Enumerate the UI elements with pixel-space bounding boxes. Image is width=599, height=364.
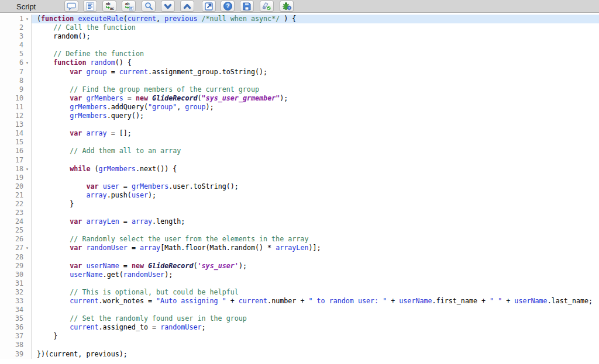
code-line[interactable]: 13 — [0, 120, 599, 129]
code-line[interactable]: 24 var arrayLen = array.length; — [0, 217, 599, 226]
search-button[interactable] — [142, 1, 156, 12]
code-line-content[interactable] — [32, 77, 599, 85]
code-line-content[interactable]: var user = grMembers.user.toString(); — [32, 182, 599, 191]
help-button[interactable]: ? — [221, 1, 235, 12]
code-line-content[interactable]: (function executeRule(current, previous … — [32, 15, 599, 23]
code-line-content[interactable]: var arrayLen = array.length; — [32, 217, 599, 226]
code-line[interactable]: 17 — [0, 156, 599, 165]
fold-toggle-icon[interactable]: ▾ — [23, 244, 31, 252]
code-line[interactable]: 12 grMembers.query(); — [0, 112, 599, 120]
code-line[interactable]: 7 var group = current.assignment_group.t… — [0, 68, 599, 77]
code-line[interactable]: 21 array.push(user); — [0, 191, 599, 200]
code-line[interactable]: 36 current.assigned_to = randomUser; — [0, 323, 599, 332]
syntax-check-button[interactable] — [260, 1, 274, 12]
code-line[interactable]: 6▾ function random() { — [0, 58, 599, 67]
find-next-button[interactable] — [161, 1, 175, 12]
code-line[interactable]: 2 // Call the function — [0, 23, 599, 32]
code-line-content[interactable]: })(current, previous); — [32, 350, 599, 359]
code-line-content[interactable] — [32, 174, 599, 182]
code-line-content[interactable]: var grMembers = new GlideRecord("sys_use… — [32, 94, 599, 103]
code-line-content[interactable] — [32, 120, 599, 129]
code-line-content[interactable]: random(); — [32, 32, 599, 41]
code-line-content[interactable] — [32, 279, 599, 288]
fold-toggle-icon[interactable]: ▾ — [23, 15, 31, 23]
code-line[interactable]: 38 — [0, 341, 599, 349]
comment-button[interactable] — [64, 1, 78, 12]
replace-all-button[interactable]: ab — [122, 1, 136, 12]
code-line[interactable]: 18▾ while (grMembers.next()) { — [0, 165, 599, 174]
code-line-content[interactable] — [32, 138, 599, 147]
code-editor[interactable]: 1▾(function executeRule(current, previou… — [0, 13, 599, 363]
open-in-new-window-button[interactable] — [202, 1, 216, 12]
code-line-content[interactable]: array.push(user); — [32, 191, 599, 200]
code-line[interactable]: 23 — [0, 209, 599, 217]
code-line[interactable]: 1▾(function executeRule(current, previou… — [0, 15, 599, 23]
code-line-content[interactable]: current.work_notes = "Auto assigning " +… — [32, 297, 599, 306]
code-line[interactable]: 32 // This is optional, but could be hel… — [0, 288, 599, 297]
code-line[interactable]: 39})(current, previous); — [0, 350, 599, 359]
code-line[interactable]: 34 — [0, 306, 599, 314]
code-line[interactable]: 20 var user = grMembers.user.toString(); — [0, 182, 599, 191]
line-number: 32 — [0, 288, 23, 297]
code-line-content[interactable]: grMembers.addQuery("group", group); — [32, 103, 599, 112]
code-line[interactable]: 8 — [0, 77, 599, 85]
replace-button[interactable]: abac — [102, 1, 116, 12]
code-line-content[interactable]: // Add them all to an array — [32, 147, 599, 155]
code-line[interactable]: 5 // Define the function — [0, 50, 599, 58]
code-line[interactable]: 33 current.work_notes = "Auto assigning … — [0, 297, 599, 306]
code-line-content[interactable]: } — [32, 200, 599, 209]
format-code-button[interactable] — [83, 1, 97, 12]
code-line[interactable]: 22 } — [0, 200, 599, 209]
code-line-content[interactable]: grMembers.query(); — [32, 112, 599, 120]
code-line[interactable]: 25 — [0, 226, 599, 235]
code-line-content[interactable]: userName.get(randomUser); — [32, 271, 599, 279]
code-line-content[interactable]: var randomUser = array[Math.floor(Math.r… — [32, 244, 599, 252]
code-line[interactable]: 31 — [0, 279, 599, 288]
code-line-content[interactable] — [32, 253, 599, 262]
code-line-content[interactable]: // Set the randomly found user in the gr… — [32, 314, 599, 323]
code-line[interactable]: 11 grMembers.addQuery("group", group); — [0, 103, 599, 112]
gutter: 3 — [0, 32, 32, 41]
gutter: 10 — [0, 94, 32, 103]
code-line[interactable]: 9 // Find the group members of the curre… — [0, 85, 599, 94]
code-line[interactable]: 27▾ var randomUser = array[Math.floor(Ma… — [0, 244, 599, 252]
code-line[interactable]: 35 // Set the randomly found user in the… — [0, 314, 599, 323]
code-line[interactable]: 16 // Add them all to an array — [0, 147, 599, 155]
code-line[interactable]: 29 var userName = new GlideRecord('sys_u… — [0, 262, 599, 271]
code-line-content[interactable]: // This is optional, but could be helpfu… — [32, 288, 599, 297]
fold-toggle-icon[interactable]: ▾ — [23, 165, 31, 174]
code-line-content[interactable]: function random() { — [32, 58, 599, 67]
code-line[interactable]: 37 } — [0, 332, 599, 341]
debug-button[interactable] — [280, 1, 294, 12]
find-previous-button[interactable] — [180, 1, 194, 12]
code-line-content[interactable] — [32, 306, 599, 314]
code-line[interactable]: 26 // Randomly select the user from the … — [0, 235, 599, 244]
code-line-content[interactable] — [32, 226, 599, 235]
code-line[interactable]: 15 — [0, 138, 599, 147]
code-line[interactable]: 4 — [0, 41, 599, 50]
code-line-content[interactable]: var array = []; — [32, 129, 599, 138]
save-button[interactable] — [240, 1, 254, 12]
code-line[interactable]: 28 — [0, 253, 599, 262]
code-line[interactable]: 10 var grMembers = new GlideRecord("sys_… — [0, 94, 599, 103]
line-number: 26 — [0, 235, 23, 244]
code-line-content[interactable]: } — [32, 332, 599, 341]
code-line[interactable]: 3 random(); — [0, 32, 599, 41]
code-line[interactable]: 14 var array = []; — [0, 129, 599, 138]
code-line-content[interactable]: var group = current.assignment_group.toS… — [32, 68, 599, 77]
code-line-content[interactable]: // Define the function — [32, 50, 599, 58]
code-line[interactable]: 19 — [0, 174, 599, 182]
code-line-content[interactable]: while (grMembers.next()) { — [32, 165, 599, 174]
code-line-content[interactable] — [32, 41, 599, 50]
code-token: = — [119, 182, 132, 190]
code-line-content[interactable]: // Call the function — [32, 23, 599, 32]
code-line-content[interactable]: var userName = new GlideRecord('sys_user… — [32, 262, 599, 271]
code-line[interactable]: 30 userName.get(randomUser); — [0, 271, 599, 279]
code-line-content[interactable] — [32, 209, 599, 217]
fold-toggle-icon[interactable]: ▾ — [23, 58, 31, 67]
code-line-content[interactable] — [32, 156, 599, 165]
code-line-content[interactable]: current.assigned_to = randomUser; — [32, 323, 599, 332]
code-line-content[interactable]: // Find the group members of the current… — [32, 85, 599, 94]
code-line-content[interactable]: // Randomly select the user from the ele… — [32, 235, 599, 244]
code-line-content[interactable] — [32, 341, 599, 349]
